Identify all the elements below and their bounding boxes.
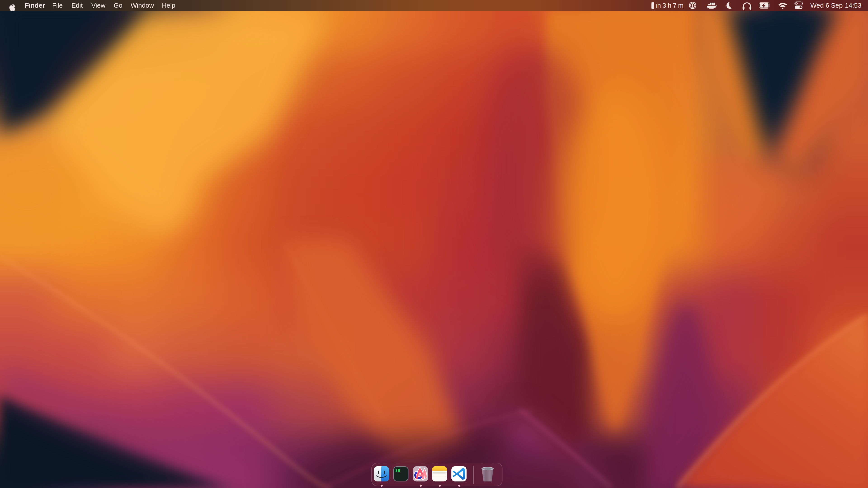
svg-text:$: $ [395, 469, 398, 473]
